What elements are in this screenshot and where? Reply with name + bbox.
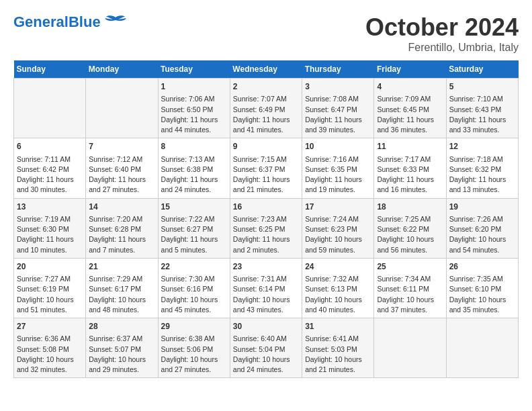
- cell-info: Sunset: 6:49 PM: [233, 105, 299, 115]
- location-title: Ferentillo, Umbria, Italy: [365, 42, 519, 54]
- col-header-wednesday: Wednesday: [230, 60, 302, 79]
- cell-info: Sunrise: 7:15 AM: [233, 154, 299, 165]
- cell-info: Sunset: 5:07 PM: [89, 345, 154, 355]
- cell-info: Daylight: 10 hours and 29 minutes.: [89, 355, 154, 375]
- day-number: 11: [377, 141, 443, 152]
- day-number: 9: [233, 141, 299, 152]
- cell-info: Sunset: 6:35 PM: [305, 165, 371, 175]
- cell-info: Sunset: 5:06 PM: [161, 345, 227, 355]
- day-number: 19: [449, 201, 515, 213]
- header: GeneralBlue October 2024 Ferentillo, Umb…: [13, 13, 519, 54]
- cell-info: Daylight: 10 hours and 51 minutes.: [17, 295, 83, 315]
- cell-info: Sunset: 6:50 PM: [161, 105, 227, 115]
- calendar-cell: 10Sunrise: 7:16 AMSunset: 6:35 PMDayligh…: [302, 138, 374, 198]
- calendar-cell: 7Sunrise: 7:12 AMSunset: 6:40 PMDaylight…: [86, 138, 158, 198]
- cell-info: Daylight: 11 hours and 2 minutes.: [233, 234, 299, 255]
- col-header-tuesday: Tuesday: [158, 60, 230, 79]
- cell-info: Sunset: 6:37 PM: [233, 165, 299, 175]
- day-number: 20: [17, 261, 83, 273]
- cell-info: Daylight: 10 hours and 40 minutes.: [305, 295, 371, 315]
- cell-info: Daylight: 10 hours and 37 minutes.: [377, 295, 443, 315]
- day-number: 21: [89, 261, 154, 273]
- cell-info: Sunset: 6:43 PM: [449, 105, 515, 115]
- calendar-cell: 6Sunrise: 7:11 AMSunset: 6:42 PMDaylight…: [14, 138, 86, 198]
- cell-info: Daylight: 10 hours and 43 minutes.: [233, 295, 299, 315]
- day-number: 13: [17, 201, 83, 213]
- col-header-sunday: Sunday: [14, 60, 86, 79]
- day-number: 30: [233, 321, 299, 332]
- calendar-cell: 5Sunrise: 7:10 AMSunset: 6:43 PMDaylight…: [446, 79, 518, 138]
- day-number: 14: [89, 201, 154, 213]
- calendar-cell: 22Sunrise: 7:30 AMSunset: 6:16 PMDayligh…: [158, 258, 230, 318]
- cell-info: Sunset: 6:27 PM: [161, 224, 227, 234]
- logo-general: General: [13, 13, 69, 30]
- cell-info: Sunrise: 7:25 AM: [377, 214, 443, 224]
- calendar-cell: 26Sunrise: 7:35 AMSunset: 6:10 PMDayligh…: [446, 258, 518, 318]
- day-number: 31: [305, 321, 371, 332]
- title-block: October 2024 Ferentillo, Umbria, Italy: [365, 13, 519, 54]
- cell-info: Daylight: 11 hours and 33 minutes.: [449, 115, 515, 135]
- cell-info: Sunrise: 7:08 AM: [305, 94, 371, 104]
- cell-info: Daylight: 10 hours and 27 minutes.: [161, 355, 227, 375]
- cell-info: Daylight: 10 hours and 21 minutes.: [305, 355, 371, 375]
- cell-info: Sunrise: 7:06 AM: [161, 94, 227, 104]
- cell-info: Sunset: 6:30 PM: [17, 224, 83, 234]
- day-number: 8: [161, 141, 227, 152]
- col-header-thursday: Thursday: [302, 60, 374, 79]
- cell-info: Sunset: 5:03 PM: [305, 345, 371, 355]
- cell-info: Daylight: 11 hours and 21 minutes.: [233, 175, 299, 195]
- cell-info: Sunrise: 7:23 AM: [233, 214, 299, 224]
- day-number: 25: [377, 261, 443, 273]
- cell-info: Sunrise: 7:16 AM: [305, 154, 371, 165]
- cell-info: Sunset: 6:16 PM: [161, 284, 227, 294]
- day-number: 7: [89, 141, 154, 152]
- week-row-4: 20Sunrise: 7:27 AMSunset: 6:19 PMDayligh…: [14, 258, 519, 318]
- calendar-cell: 15Sunrise: 7:22 AMSunset: 6:27 PMDayligh…: [158, 198, 230, 258]
- cell-info: Sunset: 6:10 PM: [449, 284, 515, 294]
- calendar-cell: 17Sunrise: 7:24 AMSunset: 6:23 PMDayligh…: [302, 198, 374, 258]
- calendar-cell: 21Sunrise: 7:29 AMSunset: 6:17 PMDayligh…: [86, 258, 158, 318]
- cell-info: Sunset: 6:40 PM: [89, 165, 154, 175]
- calendar-cell: [86, 79, 158, 138]
- cell-info: Sunrise: 7:19 AM: [17, 214, 83, 224]
- day-number: 1: [161, 81, 227, 93]
- cell-info: Sunrise: 7:13 AM: [161, 154, 227, 165]
- cell-info: Sunrise: 7:17 AM: [377, 154, 443, 165]
- cell-info: Sunset: 6:47 PM: [305, 105, 371, 115]
- day-number: 4: [377, 81, 443, 93]
- cell-info: Daylight: 11 hours and 24 minutes.: [161, 175, 227, 195]
- cell-info: Sunset: 6:45 PM: [377, 105, 443, 115]
- cell-info: Sunrise: 7:30 AM: [161, 274, 227, 284]
- cell-info: Daylight: 10 hours and 48 minutes.: [89, 295, 154, 315]
- cell-info: Daylight: 11 hours and 7 minutes.: [89, 234, 154, 255]
- cell-info: Sunset: 5:04 PM: [233, 345, 299, 355]
- cell-info: Sunset: 6:20 PM: [449, 224, 515, 234]
- cell-info: Sunset: 6:25 PM: [233, 224, 299, 234]
- cell-info: Daylight: 11 hours and 30 minutes.: [17, 175, 83, 195]
- cell-info: Sunrise: 7:18 AM: [449, 154, 515, 165]
- calendar-cell: 20Sunrise: 7:27 AMSunset: 6:19 PMDayligh…: [14, 258, 86, 318]
- day-number: 10: [305, 141, 371, 152]
- calendar-cell: 23Sunrise: 7:31 AMSunset: 6:14 PMDayligh…: [230, 258, 302, 318]
- day-number: 23: [233, 261, 299, 273]
- calendar-cell: 31Sunrise: 6:41 AMSunset: 5:03 PMDayligh…: [302, 318, 374, 378]
- calendar-cell: 12Sunrise: 7:18 AMSunset: 6:32 PMDayligh…: [446, 138, 518, 198]
- col-header-monday: Monday: [86, 60, 158, 79]
- cell-info: Daylight: 11 hours and 39 minutes.: [305, 115, 371, 135]
- col-header-saturday: Saturday: [446, 60, 518, 79]
- cell-info: Sunrise: 7:09 AM: [377, 94, 443, 104]
- cell-info: Sunset: 6:14 PM: [233, 284, 299, 294]
- calendar-cell: 1Sunrise: 7:06 AMSunset: 6:50 PMDaylight…: [158, 79, 230, 138]
- calendar-cell: 3Sunrise: 7:08 AMSunset: 6:47 PMDaylight…: [302, 79, 374, 138]
- calendar-cell: 16Sunrise: 7:23 AMSunset: 6:25 PMDayligh…: [230, 198, 302, 258]
- cell-info: Sunrise: 6:38 AM: [161, 334, 227, 344]
- calendar-cell: [446, 318, 518, 378]
- day-number: 16: [233, 201, 299, 213]
- cell-info: Sunset: 6:11 PM: [377, 284, 443, 294]
- cell-info: Daylight: 11 hours and 5 minutes.: [161, 234, 227, 255]
- calendar-cell: [374, 318, 446, 378]
- cell-info: Sunrise: 7:32 AM: [305, 274, 371, 284]
- calendar-cell: 30Sunrise: 6:40 AMSunset: 5:04 PMDayligh…: [230, 318, 302, 378]
- calendar-cell: 4Sunrise: 7:09 AMSunset: 6:45 PMDaylight…: [374, 79, 446, 138]
- cell-info: Sunrise: 7:07 AM: [233, 94, 299, 104]
